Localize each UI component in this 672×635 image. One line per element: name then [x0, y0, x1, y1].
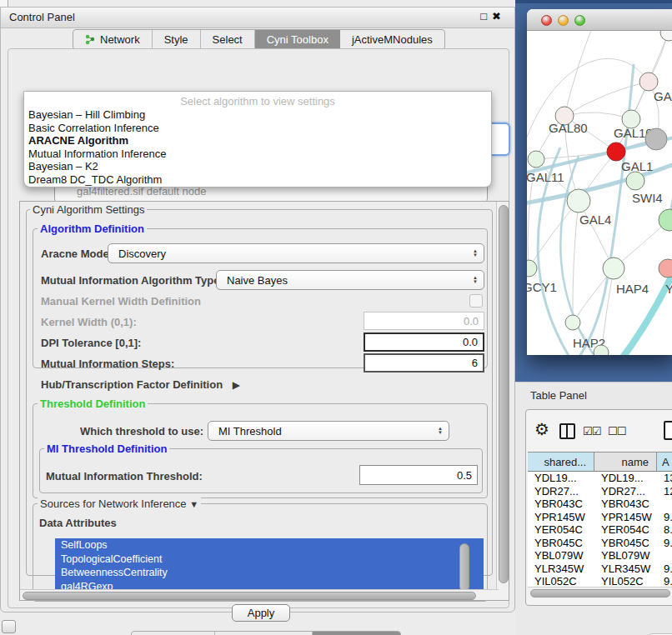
tab-impute-data[interactable]: Impute Data [132, 632, 215, 635]
new-table-icon[interactable] [664, 421, 672, 440]
node-table: shared... name A YDL19...YDL19...13YDR27… [528, 452, 672, 588]
settings-vertical-scrollbar-track[interactable] [496, 202, 509, 600]
algorithm-option[interactable]: Bayesian – Hill Climbing [28, 108, 145, 121]
network-node-gal1[interactable] [607, 142, 625, 161]
table-cell: 9. [657, 537, 672, 550]
mi-steps-field[interactable]: 6 [364, 353, 484, 372]
network-edge[interactable] [573, 201, 579, 322]
network-view-window[interactable]: GALGAL80GAL10GAL1GAL11SWI4GAL4GCY1HAP4YH… [527, 9, 672, 355]
table-toolbar: ⚙ ☑☑ ☐☐ [526, 415, 672, 448]
network-node[interactable] [660, 31, 672, 41]
algorithm-option[interactable]: Dream8 DC_TDC Algorithm [28, 173, 162, 186]
table-cell: YDR27... [594, 485, 657, 498]
sources-label[interactable]: Sources for Network Inference ▼ [38, 498, 201, 510]
tab-discretize-data[interactable]: Discretize Data [215, 632, 313, 635]
dpi-tolerance-label: DPI Tolerance [0,1]: [41, 337, 141, 349]
network-graph[interactable]: GALGAL80GAL10GAL1GAL11SWI4GAL4GCY1HAP4YH… [527, 31, 672, 355]
table-row[interactable]: YDL19...YDL19...13 [528, 472, 672, 485]
which-threshold-combo[interactable]: MI Threshold ▲▼ [208, 421, 449, 441]
tab-infer-network[interactable]: Infer Network [313, 632, 400, 635]
network-node-hap4[interactable] [603, 258, 624, 279]
expand-right-icon[interactable]: ▶ [233, 379, 240, 391]
table-row[interactable]: YPR145WYPR145W9. [528, 511, 672, 524]
network-edge[interactable] [564, 82, 649, 116]
tab-jactivemnodules[interactable]: jActiveMNodules [340, 30, 444, 49]
column-layout-icon[interactable] [559, 423, 575, 439]
table-cell: YDL19... [528, 472, 594, 485]
column-header-partial[interactable]: A [657, 452, 672, 472]
network-node-swi4[interactable] [626, 172, 644, 190]
network-node-label: GAL11 [527, 170, 564, 184]
manual-kernel-width-label: Manual Kernel Width Definition [41, 295, 201, 308]
table-row[interactable]: YBR045CYBR045C9. [528, 537, 672, 550]
tab-select[interactable]: Select [201, 30, 255, 49]
table-horizontal-scrollbar-thumb[interactable] [530, 589, 670, 598]
attribute-item-selected[interactable]: SelfLoops [55, 538, 484, 552]
algorithm-option[interactable]: Bayesian – K2 [28, 160, 98, 172]
apply-button[interactable]: Apply [232, 604, 290, 622]
mi-threshold-definition-label: MI Threshold Definition [44, 442, 169, 455]
minimize-window-icon[interactable] [558, 15, 569, 26]
attribute-item-selected[interactable]: BetweennessCentrality [55, 566, 484, 580]
table-row[interactable]: YLR345WYLR345W9. [528, 562, 672, 576]
network-node-gal11[interactable] [528, 151, 544, 168]
table-row[interactable]: YBR043CYBR043C [528, 498, 672, 511]
column-header-name[interactable]: name [594, 452, 657, 472]
network-node-label: Y [665, 282, 672, 296]
table-row[interactable]: YBL079WYBL079W [528, 549, 672, 562]
attribute-list-scrollbar[interactable] [459, 543, 469, 592]
minimized-panel-grip-icon[interactable] [2, 620, 16, 633]
zoom-window-icon[interactable] [574, 15, 585, 26]
network-edge[interactable] [529, 201, 579, 268]
control-panel-titlebar: Control Panel □✖ [1, 8, 514, 28]
kernel-width-field[interactable]: 0.0 [364, 312, 484, 330]
settings-gear-icon[interactable]: ⚙ [534, 419, 549, 439]
tab-style[interactable]: Style [153, 30, 201, 49]
data-attributes-list: SelfLoops TopologicalCoefficient Between… [55, 538, 484, 595]
show-columns-icon[interactable]: ☑☑ [583, 425, 600, 438]
which-threshold-label: Which threshold to use: [80, 425, 203, 438]
collapse-down-icon[interactable]: ▼ [189, 499, 198, 509]
network-node-label: HAP4 [616, 282, 649, 296]
network-node-hap2[interactable] [565, 315, 580, 330]
network-node[interactable] [645, 128, 667, 150]
hide-columns-icon[interactable]: ☐☐ [608, 425, 625, 438]
network-edge[interactable] [564, 31, 594, 116]
table-body: YDL19...YDL19...13YDR27...YDR27...12YBR0… [528, 472, 672, 588]
table-panel-title: Table Panel [530, 389, 587, 402]
table-row[interactable]: YDR27...YDR27...12 [528, 485, 672, 498]
network-node-gal[interactable] [639, 72, 658, 91]
mi-algorithm-type-combo[interactable]: Naive Bayes ▲▼ [216, 270, 484, 290]
dpi-tolerance-field[interactable]: 0.0 [364, 332, 484, 352]
network-node-gal4[interactable] [567, 189, 590, 212]
settings-vertical-scrollbar-thumb[interactable] [499, 205, 509, 583]
hub-definition-label[interactable]: Hub/Transcription Factor Definition ▶ [41, 378, 240, 391]
tab-network[interactable]: Network [73, 30, 153, 49]
network-node-gcy1[interactable] [527, 260, 537, 277]
network-edge[interactable] [564, 112, 631, 119]
float-window-icon[interactable]: □ [480, 10, 492, 22]
algorithm-option-selected[interactable]: ARACNE Algorithm [28, 134, 128, 147]
column-header-shared-name[interactable]: shared... [528, 452, 594, 472]
mi-threshold-label: Mutual Information Threshold: [46, 470, 203, 482]
aracne-mode-combo[interactable]: Discovery ▲▼ [108, 243, 484, 263]
aracne-mode-label: Aracne Mode: [41, 248, 113, 260]
network-node-y[interactable] [659, 259, 672, 278]
table-panel-region: Table Panel ⚙ ☑☑ ☐☐ shared... name A YDL… [515, 382, 672, 635]
table-row[interactable]: YER054CYER054C8. [528, 523, 672, 537]
settings-horizontal-scrollbar-track[interactable] [20, 589, 499, 600]
algorithm-option[interactable]: Mutual Information Inference [28, 148, 166, 160]
network-node-label: GAL4 [579, 212, 611, 227]
manual-kernel-width-checkbox[interactable] [469, 294, 483, 308]
table-cell: YBL079W [594, 549, 657, 562]
close-window-icon[interactable] [541, 15, 552, 26]
table-cell [657, 549, 672, 562]
mi-threshold-field[interactable]: 0.5 [359, 465, 478, 485]
tab-cyni-toolbox[interactable]: Cyni Toolbox [255, 30, 340, 49]
settings-horizontal-scrollbar-thumb[interactable] [23, 592, 476, 600]
network-window-titlebar[interactable] [527, 9, 672, 31]
table-horizontal-scrollbar-track[interactable] [528, 587, 672, 597]
algorithm-option[interactable]: Basic Correlation Inference [28, 122, 159, 134]
attribute-item-selected[interactable]: TopologicalCoefficient [55, 552, 484, 567]
close-panel-icon[interactable]: ✖ [492, 10, 506, 22]
